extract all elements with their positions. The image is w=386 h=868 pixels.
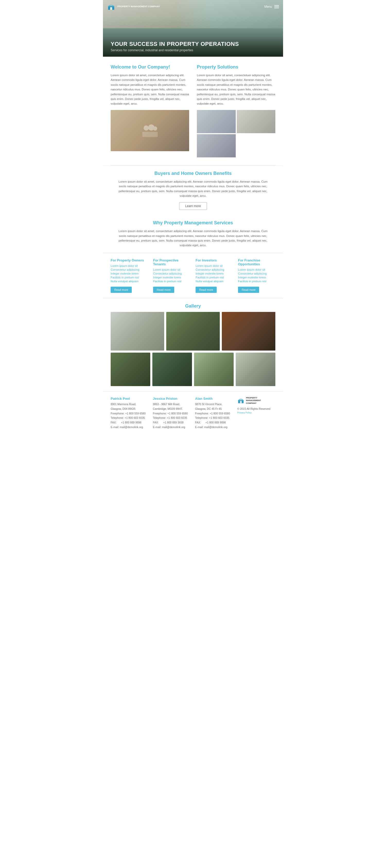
footer-address-0: 8901 Marmora Road, Glasgow, D04 89GR. — [111, 403, 136, 410]
service-link-0-3[interactable]: Facilisis in pretium nisl — [111, 276, 148, 279]
service-link-0-1[interactable]: Consectetur adipiscing — [111, 268, 148, 271]
footer-privacy-link[interactable]: Privacy Policy — [237, 411, 252, 414]
services-section: For Property Owners Lorem ipsum dolor si… — [103, 253, 283, 298]
footer-name-1: Jessica Priston — [153, 397, 191, 401]
svg-rect-5 — [142, 132, 158, 137]
benefits-title: Buyers and Home Owners Benefits — [111, 171, 275, 176]
footer-telephone-label-0: Telephone: — [111, 416, 124, 419]
service-link-3-3[interactable]: Facilisis in pretium nisl — [238, 280, 275, 283]
hamburger-icon — [274, 5, 279, 8]
read-more-button-0[interactable]: Read more — [111, 287, 132, 293]
solutions-body: Lorem ipsum dolor sit amet, consectetuer… — [197, 73, 275, 106]
footer-logo-icon — [237, 397, 244, 404]
solutions-image-grid — [197, 110, 275, 157]
service-link-2-1[interactable]: Consectetur adipiscing — [196, 268, 233, 271]
why-title: Why Property Management Services — [111, 220, 275, 226]
why-section: Why Property Management Services Lorem i… — [103, 215, 283, 253]
footer-name-0: Patrick Pool — [111, 397, 149, 401]
gallery-item-1 — [111, 312, 164, 350]
footer-logo-text: PROPERTY MANAGEMENT COMPANY — [246, 397, 261, 405]
gallery-item-3 — [222, 312, 275, 350]
welcome-image — [111, 110, 189, 151]
logo: PROPERTY MANAGEMENT COMPANY — [107, 3, 160, 11]
welcome-title: Welcome to Our Company! — [111, 64, 189, 70]
benefits-body: Lorem ipsum dolor sit amet, consectetuer… — [118, 179, 268, 198]
service-link-1-3[interactable]: Facilisis in pretium nisl — [153, 280, 190, 283]
service-link-0-0[interactable]: Lorem ipsum dolor sit — [111, 264, 148, 267]
footer-name-2: Alan Smith — [195, 397, 233, 401]
read-more-button-1[interactable]: Read more — [153, 287, 174, 293]
gallery-row-2 — [111, 352, 275, 386]
footer-freephone-label-0: Freephone: — [111, 412, 125, 415]
welcome-col: Welcome to Our Company! Lorem ipsum dolo… — [111, 64, 189, 157]
service-col-2: For Investors Lorem ipsum dolor sit Cons… — [196, 258, 233, 293]
footer-logo: PROPERTY MANAGEMENT COMPANY — [237, 397, 261, 405]
hero-section: PROPERTY MANAGEMENT COMPANY Menu YOUR SU… — [103, 0, 283, 57]
service-title-2: For Investors — [196, 258, 233, 262]
service-col-0: For Property Owners Lorem ipsum dolor si… — [111, 258, 148, 293]
svg-point-2 — [144, 125, 149, 131]
service-link-3-1[interactable]: Consectetur adipiscing — [238, 272, 275, 275]
service-link-2-3[interactable]: Facilisis in pretium nisl — [196, 276, 233, 279]
service-link-0-2[interactable]: Integer molestie lorem — [111, 272, 148, 275]
service-link-0-4[interactable]: Nulla volutpat aliquam — [111, 280, 148, 283]
menu-button[interactable]: Menu — [264, 5, 279, 8]
service-link-2-0[interactable]: Lorem ipsum dolor sit — [196, 264, 233, 267]
gallery-item-7 — [236, 352, 275, 386]
benefits-section: Buyers and Home Owners Benefits Lorem ip… — [103, 165, 283, 215]
solutions-title: Property Solutions — [197, 64, 275, 70]
gallery-title: Gallery — [111, 303, 275, 309]
svg-point-4 — [153, 126, 157, 131]
service-title-0: For Property Owners — [111, 258, 148, 262]
solutions-col: Property Solutions Lorem ipsum dolor sit… — [197, 64, 275, 157]
footer-address-2: 9870 St Vincent Place, Glasgow, DC 45 Fr… — [195, 403, 222, 410]
service-col-3: For Franchise Opportunities Lorem ipsum … — [238, 258, 275, 293]
service-link-2-2[interactable]: Integer molestie lorem — [196, 272, 233, 275]
gallery-section: Gallery — [103, 298, 283, 391]
logo-text: PROPERTY MANAGEMENT COMPANY — [117, 5, 160, 8]
footer-address-1: 9863 - 9867 Mill Road, Cambridge, MG09 9… — [153, 403, 183, 410]
svg-rect-7 — [240, 401, 242, 403]
gallery-row-1 — [111, 312, 275, 350]
intro-section: Welcome to Our Company! Lorem ipsum dolo… — [103, 57, 283, 165]
service-link-1-2[interactable]: Integer molestie lorem — [153, 276, 190, 279]
hero-subtitle: Services for commercial, industrial and … — [111, 49, 275, 52]
hero-title: YOUR SUCCESS IN PROPERTY OPERATIONS — [111, 41, 275, 48]
svg-rect-1 — [110, 7, 112, 10]
footer-contact-2: Alan Smith 9870 St Vincent Place, Glasgo… — [195, 397, 233, 430]
welcome-body: Lorem ipsum dolor sit amet, consectetuer… — [111, 73, 189, 106]
services-grid: For Property Owners Lorem ipsum dolor si… — [111, 258, 275, 293]
gallery-item-5 — [152, 352, 192, 386]
gallery-item-6 — [194, 352, 234, 386]
logo-icon — [107, 3, 115, 11]
service-col-1: For Prospective Tenants Lorem ipsum dolo… — [153, 258, 190, 293]
why-body: Lorem ipsum dolor sit amet, consectetuer… — [118, 229, 268, 248]
footer-contact-0: Patrick Pool 8901 Marmora Road, Glasgow,… — [111, 397, 149, 430]
footer-copyright: © 2015 All Rights Reserved — [237, 407, 271, 411]
service-title-1: For Prospective Tenants — [153, 258, 190, 266]
service-link-2-4[interactable]: Nulla volutpat aliquam — [196, 280, 233, 283]
footer-email-label-0: E-mail: — [111, 426, 119, 429]
service-link-3-2[interactable]: Integer molestie lorem — [238, 276, 275, 279]
learn-more-button[interactable]: Learn more — [179, 202, 207, 210]
footer-logo-col: PROPERTY MANAGEMENT COMPANY © 2015 All R… — [237, 397, 275, 430]
footer-fax-label-0: FAX: — [111, 421, 116, 424]
read-more-button-2[interactable]: Read more — [196, 287, 217, 293]
service-link-3-0[interactable]: Lorem ipsum dolor sit — [238, 268, 275, 271]
read-more-button-3[interactable]: Read more — [238, 287, 259, 293]
gallery-item-2 — [166, 312, 220, 350]
footer: Patrick Pool 8901 Marmora Road, Glasgow,… — [103, 391, 283, 435]
service-title-3: For Franchise Opportunities — [238, 258, 275, 266]
service-link-1-0[interactable]: Lorem ipsum dolor sit — [153, 268, 190, 271]
service-link-1-1[interactable]: Consectetur adipiscing — [153, 272, 190, 275]
footer-contact-1: Jessica Priston 9863 - 9867 Mill Road, C… — [153, 397, 191, 430]
gallery-item-4 — [111, 352, 150, 386]
hero-overlay: YOUR SUCCESS IN PROPERTY OPERATIONS Serv… — [103, 35, 283, 57]
navbar: PROPERTY MANAGEMENT COMPANY Menu — [103, 0, 283, 13]
